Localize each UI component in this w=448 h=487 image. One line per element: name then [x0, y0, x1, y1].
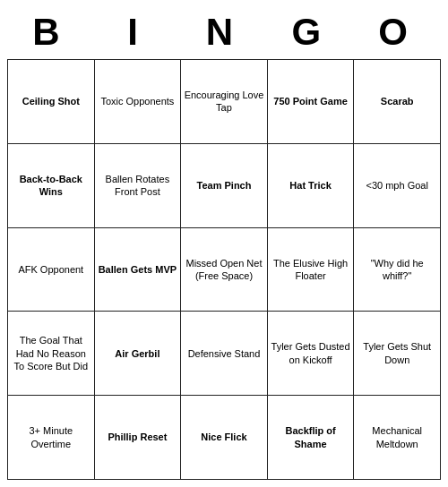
bingo-title: BINGO	[7, 7, 441, 59]
cell-4-2: Nice Flick	[181, 396, 268, 480]
title-letter-g: G	[267, 11, 354, 54]
cell-3-4: Tyler Gets Shut Down	[354, 312, 441, 396]
cell-0-2: Encouraging Love Tap	[181, 60, 268, 144]
cell-4-4: Mechanical Meltdown	[354, 396, 441, 480]
cell-4-1: Phillip Reset	[94, 396, 181, 480]
cell-1-1: Ballen Rotates Front Post	[94, 143, 181, 227]
title-letter-b: B	[7, 11, 94, 54]
cell-2-1: Ballen Gets MVP	[94, 227, 181, 312]
cell-0-3: 750 Point Game	[267, 60, 354, 144]
cell-2-3: The Elusive High Floater	[267, 227, 354, 312]
cell-1-0: Back-to-Back Wins	[8, 143, 95, 227]
title-letter-o: O	[354, 11, 441, 54]
title-letter-n: N	[181, 11, 268, 54]
cell-3-2: Defensive Stand	[181, 312, 268, 396]
cell-4-3: Backflip of Shame	[267, 396, 354, 480]
cell-3-3: Tyler Gets Dusted on Kickoff	[267, 312, 354, 396]
cell-1-2: Team Pinch	[181, 143, 268, 227]
cell-3-1: Air Gerbil	[94, 312, 181, 396]
cell-0-1: Toxic Opponents	[94, 60, 181, 144]
cell-2-4: "Why did he whiff?"	[354, 227, 441, 312]
title-letter-i: I	[94, 11, 181, 54]
cell-0-0: Ceiling Shot	[8, 60, 95, 144]
bingo-grid: Ceiling ShotToxic OpponentsEncouraging L…	[7, 59, 441, 480]
cell-2-0: AFK Opponent	[8, 227, 95, 312]
cell-1-3: Hat Trick	[267, 143, 354, 227]
cell-0-4: Scarab	[354, 60, 441, 144]
cell-3-0: The Goal That Had No Reason To Score But…	[8, 312, 95, 396]
cell-1-4: <30 mph Goal	[354, 143, 441, 227]
cell-4-0: 3+ Minute Overtime	[8, 396, 95, 480]
cell-2-2: Missed Open Net (Free Space)	[181, 227, 268, 312]
